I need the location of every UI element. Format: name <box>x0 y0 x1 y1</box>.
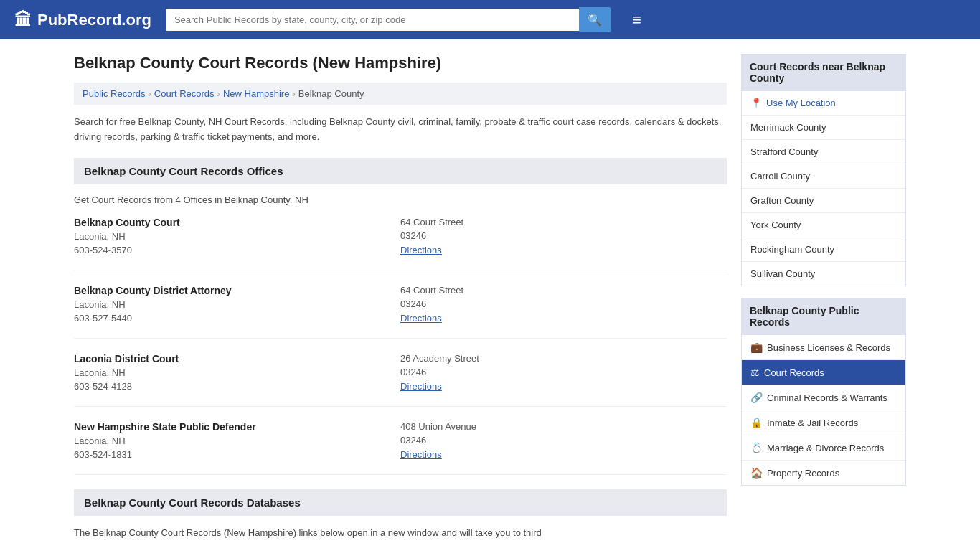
content-area: Belknap County Court Records (New Hampsh… <box>74 54 727 540</box>
sidebar-use-my-location[interactable]: 📍 Use My Location <box>742 91 905 116</box>
office-name-4: New Hampshire State Public Defender <box>74 421 400 433</box>
breadcrumb-court-records[interactable]: Court Records <box>154 88 215 99</box>
office-name-3: Laconia District Court <box>74 353 400 364</box>
databases-section-header: Belknap County Court Records Databases <box>74 489 727 516</box>
offices-section-header: Belknap County Court Records Offices <box>74 158 727 184</box>
office-zip-1: 03246 <box>400 230 727 241</box>
office-right-1: 64 Court Street 03246 Directions <box>400 217 727 255</box>
sidebar-item-grafton[interactable]: Grafton County <box>742 189 905 213</box>
office-entry-2: Belknap County District Attorney Laconia… <box>74 285 727 339</box>
sidebar-item-marriage-divorce[interactable]: 💍 Marriage & Divorce Records <box>742 435 905 461</box>
sidebar-item-business-licenses[interactable]: 💼 Business Licenses & Records <box>742 335 905 360</box>
office-city-1: Laconia, NH <box>74 231 400 242</box>
page-title: Belknap County Court Records (New Hampsh… <box>74 54 727 72</box>
sidebar-label-criminal-records: Criminal Records & Warrants <box>767 392 887 403</box>
databases-section-text: The Belknap County Court Records (New Ha… <box>74 526 727 541</box>
office-city-3: Laconia, NH <box>74 367 400 378</box>
office-city-2: Laconia, NH <box>74 299 400 310</box>
breadcrumb-sep-1: › <box>148 88 151 99</box>
sidebar-public-records-list: 💼 Business Licenses & Records ⚖ Court Re… <box>741 335 906 486</box>
search-area: 🔍 <box>166 7 611 32</box>
office-address-4: 408 Union Avenue <box>400 421 727 432</box>
house-icon: 🏠 <box>750 467 763 479</box>
office-phone-1: 603-524-3570 <box>74 245 400 255</box>
search-icon: 🔍 <box>588 14 602 26</box>
directions-link-4[interactable]: Directions <box>400 449 442 460</box>
sidebar-item-york[interactable]: York County <box>742 213 905 237</box>
sidebar-county-label-rockingham: Rockingham County <box>750 244 834 255</box>
office-left-4: New Hampshire State Public Defender Laco… <box>74 421 400 460</box>
office-right-2: 64 Court Street 03246 Directions <box>400 285 727 324</box>
breadcrumb-public-records[interactable]: Public Records <box>83 88 145 99</box>
office-phone-3: 603-524-4128 <box>74 381 400 392</box>
hamburger-icon: ≡ <box>632 11 641 29</box>
main-container: Belknap County Court Records (New Hampsh… <box>60 39 920 551</box>
search-input[interactable] <box>166 9 579 31</box>
office-address-3: 26 Academy Street <box>400 353 727 364</box>
link-icon: 🔗 <box>750 392 763 403</box>
offices-section-info: Get Court Records from 4 Offices in Belk… <box>74 194 727 205</box>
office-address-1: 64 Court Street <box>400 217 727 227</box>
office-zip-4: 03246 <box>400 435 727 446</box>
sidebar-county-label-carroll: Carroll County <box>750 171 810 182</box>
sidebar-item-strafford[interactable]: Strafford County <box>742 140 905 164</box>
office-left-3: Laconia District Court Laconia, NH 603-5… <box>74 353 400 392</box>
scales-icon: ⚖ <box>750 367 760 378</box>
sidebar-item-carroll[interactable]: Carroll County <box>742 164 905 189</box>
use-my-location-label: Use My Location <box>766 98 836 108</box>
rings-icon: 💍 <box>750 442 763 453</box>
site-header: 🏛 PubRecord.org 🔍 ≡ <box>0 0 980 39</box>
office-right-4: 408 Union Avenue 03246 Directions <box>400 421 727 460</box>
breadcrumb-current: Belknap County <box>298 88 364 99</box>
office-left-2: Belknap County District Attorney Laconia… <box>74 285 400 324</box>
sidebar-item-court-records[interactable]: ⚖ Court Records <box>742 360 905 385</box>
logo-text: PubRecord.org <box>37 11 151 29</box>
office-phone-2: 603-527-5440 <box>74 313 400 324</box>
office-entry-3: Laconia District Court Laconia, NH 603-5… <box>74 353 727 407</box>
sidebar-label-business-licenses: Business Licenses & Records <box>767 342 890 353</box>
office-name-1: Belknap County Court <box>74 217 400 228</box>
office-left-1: Belknap County Court Laconia, NH 603-524… <box>74 217 400 255</box>
logo[interactable]: 🏛 PubRecord.org <box>14 10 151 30</box>
sidebar-nearby-title: Court Records near Belknap County <box>741 54 906 91</box>
location-pin-icon: 📍 <box>750 98 762 108</box>
sidebar-county-label-york: York County <box>750 220 801 230</box>
briefcase-icon: 💼 <box>750 342 763 353</box>
directions-link-3[interactable]: Directions <box>400 381 442 392</box>
office-phone-4: 603-524-1831 <box>74 449 400 460</box>
office-entry-4: New Hampshire State Public Defender Laco… <box>74 421 727 475</box>
office-right-3: 26 Academy Street 03246 Directions <box>400 353 727 392</box>
sidebar: Court Records near Belknap County 📍 Use … <box>741 54 906 540</box>
sidebar-county-label-grafton: Grafton County <box>750 195 814 206</box>
sidebar-item-sullivan[interactable]: Sullivan County <box>742 262 905 286</box>
sidebar-label-court-records: Court Records <box>764 367 824 378</box>
office-address-2: 64 Court Street <box>400 285 727 296</box>
sidebar-public-records-title: Belknap County Public Records <box>741 298 906 335</box>
breadcrumb-sep-2: › <box>217 88 220 99</box>
office-name-2: Belknap County District Attorney <box>74 285 400 296</box>
sidebar-item-property-records[interactable]: 🏠 Property Records <box>742 461 905 485</box>
office-city-4: Laconia, NH <box>74 435 400 446</box>
page-description: Search for free Belknap County, NH Court… <box>74 115 727 145</box>
office-zip-3: 03246 <box>400 367 727 377</box>
sidebar-item-merrimack[interactable]: Merrimack County <box>742 116 905 140</box>
breadcrumb-new-hampshire[interactable]: New Hampshire <box>223 88 289 99</box>
breadcrumb-sep-3: › <box>292 88 295 99</box>
menu-button[interactable]: ≡ <box>632 11 641 29</box>
sidebar-label-property-records: Property Records <box>767 468 839 479</box>
search-button[interactable]: 🔍 <box>579 7 611 32</box>
sidebar-item-inmate-jail[interactable]: 🔒 Inmate & Jail Records <box>742 410 905 435</box>
sidebar-label-marriage-divorce: Marriage & Divorce Records <box>767 443 884 453</box>
sidebar-label-inmate-jail: Inmate & Jail Records <box>767 418 858 428</box>
directions-link-1[interactable]: Directions <box>400 245 442 255</box>
logo-icon: 🏛 <box>14 10 32 30</box>
sidebar-county-label-strafford: Strafford County <box>750 146 818 157</box>
sidebar-nearby-list: 📍 Use My Location Merrimack County Straf… <box>741 91 906 286</box>
lock-icon: 🔒 <box>750 417 763 428</box>
sidebar-item-rockingham[interactable]: Rockingham County <box>742 237 905 262</box>
sidebar-item-criminal-records[interactable]: 🔗 Criminal Records & Warrants <box>742 385 905 410</box>
directions-link-2[interactable]: Directions <box>400 313 442 324</box>
breadcrumb: Public Records › Court Records › New Ham… <box>74 83 727 105</box>
sidebar-county-label-merrimack: Merrimack County <box>750 122 826 133</box>
office-entry-1: Belknap County Court Laconia, NH 603-524… <box>74 217 727 270</box>
